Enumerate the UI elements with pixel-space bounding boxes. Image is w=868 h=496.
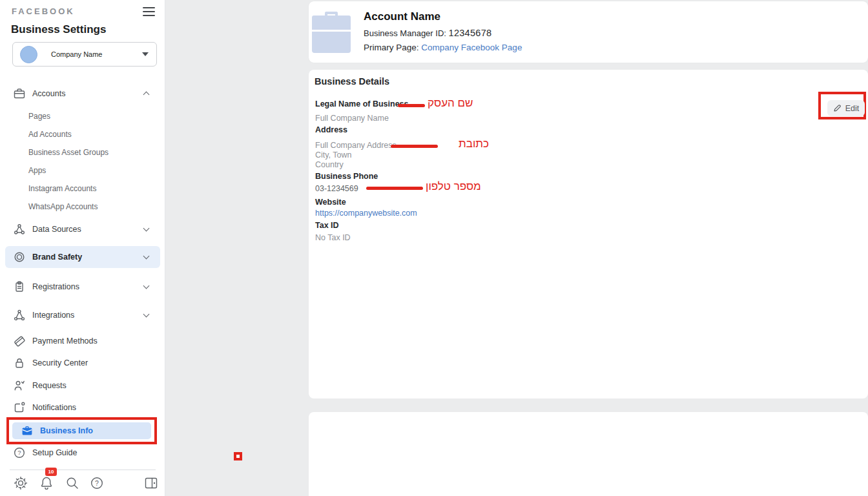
sub-item-label: WhatsApp Accounts <box>28 202 98 211</box>
company-avatar <box>20 46 37 63</box>
chevron-down-icon <box>142 52 149 56</box>
sidebar-item-label: Accounts <box>32 89 65 98</box>
business-selector[interactable]: Company Name <box>12 42 157 67</box>
page-title: Business Settings <box>11 23 106 36</box>
facebook-logo: FACEBOOK <box>12 6 75 16</box>
person-request-icon <box>13 379 26 392</box>
help-icon[interactable]: ? <box>89 475 105 491</box>
annotation-line-address <box>391 145 438 148</box>
sidebar-item-label: Brand Safety <box>32 253 82 262</box>
sidebar-item-integrations[interactable]: Integrations <box>5 306 160 324</box>
sidebar-item-ad-accounts[interactable]: Ad Accounts <box>28 127 151 142</box>
sidebar-item-business-info[interactable]: Business Info <box>12 422 151 439</box>
bm-id-value: 12345678 <box>449 28 492 38</box>
sidebar-item-label: Data Sources <box>32 225 81 234</box>
notification-count-badge: 10 <box>45 468 57 476</box>
business-avatar <box>312 10 351 54</box>
sidebar-item-payment-methods[interactable]: Payment Methods <box>5 332 160 350</box>
company-name: Company Name <box>51 50 102 58</box>
sidebar-item-label: Integrations <box>32 311 74 320</box>
settings-gear-icon[interactable] <box>13 475 28 491</box>
notification-square-icon <box>13 401 26 414</box>
briefcase-filled-icon <box>21 424 34 437</box>
annotation-line-business-name <box>398 104 425 107</box>
sub-item-label: Apps <box>28 166 46 175</box>
primary-page: Primary Page: Company Facebook Page <box>364 43 522 52</box>
section-title: Business Details <box>315 76 389 87</box>
account-header-card: Account Name Business Manager ID: 123456… <box>309 1 868 63</box>
chevron-down-icon <box>143 311 150 318</box>
clipboard-icon <box>13 280 26 293</box>
sidebar-item-setup-guide[interactable]: ? Setup Guide <box>5 444 160 462</box>
sidebar-item-business-asset-groups[interactable]: Business Asset Groups <box>28 145 151 160</box>
sidebar-item-accounts[interactable]: Accounts <box>5 85 160 103</box>
website-label: Website <box>315 198 346 207</box>
sub-item-label: Ad Accounts <box>28 130 72 139</box>
menu-icon[interactable] <box>143 7 156 17</box>
search-icon[interactable] <box>65 475 80 491</box>
phone-value: 03-1234569 <box>315 184 358 193</box>
svg-text:?: ? <box>95 479 99 487</box>
sidebar-item-label: Registrations <box>32 282 79 291</box>
tax-id-value: No Tax ID <box>315 233 351 242</box>
sub-item-label: Pages <box>28 112 50 121</box>
sub-item-label: Instagram Accounts <box>28 184 96 193</box>
sidebar-item-label: Setup Guide <box>32 448 78 457</box>
business-details-card: Business Details Legal Name of Business … <box>309 70 868 398</box>
shield-badge-icon <box>13 251 26 264</box>
address-label: Address <box>315 125 347 134</box>
triangle-nodes-icon <box>13 309 26 322</box>
address-line-3: Country <box>315 160 344 169</box>
sidebar-item-label: Security Center <box>32 358 88 367</box>
divider <box>10 470 156 470</box>
sidebar-item-notifications[interactable]: Notifications <box>5 398 160 417</box>
chevron-down-icon <box>143 225 150 232</box>
chevron-up-icon <box>143 92 150 98</box>
pencil-icon <box>833 104 842 112</box>
sidebar-item-registrations[interactable]: Registrations <box>5 278 160 296</box>
sidebar-item-apps[interactable]: Apps <box>28 163 151 178</box>
account-name: Account Name <box>364 10 440 23</box>
collapse-panel-icon[interactable] <box>143 475 159 491</box>
sidebar-item-label: Notifications <box>32 403 76 412</box>
sidebar-item-pages[interactable]: Pages <box>28 108 151 124</box>
sidebar: FACEBOOK Business Settings Company Name … <box>0 0 165 496</box>
briefcase-icon <box>13 87 26 100</box>
annotation-text-address: כתובת <box>459 138 489 150</box>
website-link[interactable]: https://companywebsite.com <box>315 209 417 218</box>
bm-id-label: Business Manager ID: <box>364 28 446 38</box>
annotation-text-business-name: שם העסק <box>428 97 473 110</box>
annotation-text-phone: מספר טלפון <box>426 180 481 193</box>
legal-name-label: Legal Name of Business <box>315 99 409 108</box>
question-circle-icon: ? <box>13 446 26 459</box>
business-manager-id: Business Manager ID: 12345678 <box>364 28 491 38</box>
edit-button-label: Edit <box>845 104 860 113</box>
sidebar-item-security-center[interactable]: Security Center <box>5 354 160 372</box>
data-sources-icon <box>13 223 26 236</box>
annotation-line-phone <box>366 187 423 190</box>
sidebar-item-data-sources[interactable]: Data Sources <box>5 220 160 238</box>
primary-page-label: Primary Page: <box>364 43 419 52</box>
chevron-down-icon <box>143 283 150 289</box>
sidebar-item-instagram-accounts[interactable]: Instagram Accounts <box>28 181 151 196</box>
tax-id-label: Tax ID <box>315 221 339 230</box>
payment-card-icon <box>13 335 26 347</box>
sidebar-item-label: Requests <box>32 381 67 390</box>
annotation-box-edit-button: Edit <box>818 92 866 119</box>
sidebar-item-label: Payment Methods <box>32 336 98 346</box>
legal-name-value: Full Company Name <box>315 114 389 123</box>
sidebar-item-brand-safety[interactable]: Brand Safety <box>5 246 160 268</box>
content-panel <box>309 412 868 496</box>
primary-page-link[interactable]: Company Facebook Page <box>421 43 522 52</box>
sub-item-label: Business Asset Groups <box>28 148 108 157</box>
svg-text:?: ? <box>17 449 21 456</box>
annotation-box-business-info: Business Info <box>6 417 157 444</box>
edit-business-details-button[interactable]: Edit <box>827 100 865 116</box>
bell-icon[interactable] <box>39 475 54 491</box>
sidebar-item-requests[interactable]: Requests <box>5 377 160 395</box>
lock-icon <box>13 356 26 369</box>
chevron-down-icon <box>143 253 150 260</box>
address-line-2: City, Town <box>315 150 352 160</box>
sidebar-item-whatsapp-accounts[interactable]: WhatsApp Accounts <box>28 199 151 214</box>
address-line-1: Full Company Address <box>315 141 397 150</box>
